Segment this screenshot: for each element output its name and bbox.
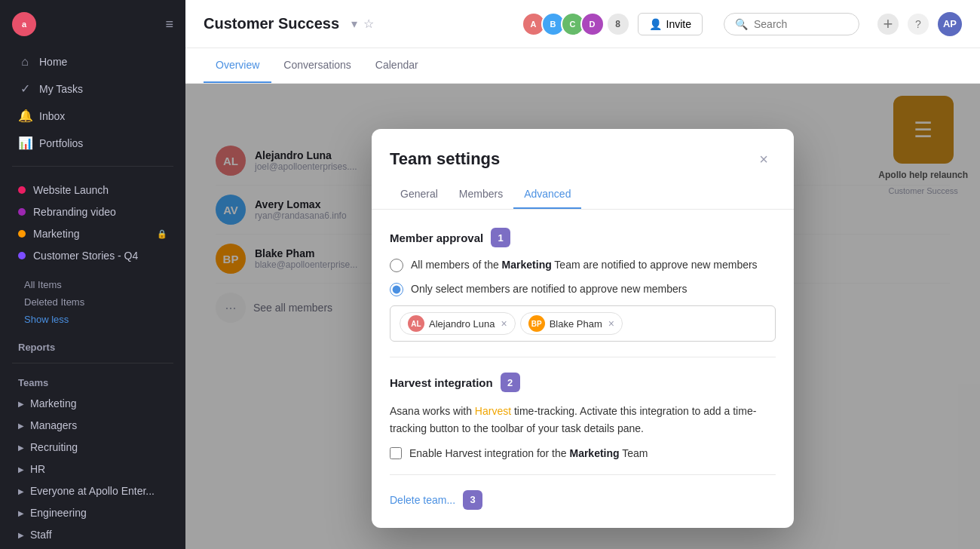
sidebar-item-inbox[interactable]: 🔔 Inbox: [6, 103, 179, 129]
sidebar-team-hr[interactable]: ▶ HR: [6, 459, 179, 480]
section1-badge: 1: [491, 228, 510, 247]
sidebar-project-website-launch-label: Website Launch: [33, 184, 109, 196]
sidebar-item-my-tasks-label: My Tasks: [39, 83, 83, 95]
member-tag-close-alejandro[interactable]: ×: [501, 317, 507, 330]
team-settings-modal: Team settings × General Members Advanced…: [372, 129, 794, 528]
harvest-link[interactable]: Harvest: [475, 405, 511, 417]
harvest-checkbox-input[interactable]: [390, 447, 402, 459]
sidebar-section-reports-label: Reports: [18, 342, 55, 353]
sidebar-team-managers[interactable]: ▶ Managers: [6, 415, 179, 436]
sidebar-item-home[interactable]: ⌂ Home: [6, 49, 179, 75]
add-icon[interactable]: +: [877, 14, 899, 35]
search-input[interactable]: [754, 18, 844, 30]
chevron-right-icon-3: ▶: [18, 443, 24, 452]
nav-tabs: Overview Conversations Calendar: [185, 48, 980, 84]
radio-all-members[interactable]: All members of the Marketing Team are no…: [390, 258, 776, 273]
sidebar-link-show-less[interactable]: Show less: [6, 311, 179, 328]
sidebar-team-recruiting[interactable]: ▶ Recruiting: [6, 437, 179, 458]
member-tag-close-blake[interactable]: ×: [608, 317, 614, 330]
sidebar-section-teams-label: Teams: [18, 377, 48, 388]
sidebar-team-marketing[interactable]: ▶ Marketing: [6, 393, 179, 414]
member-tags-container[interactable]: AL Alejandro Luna × BP Blake Pham ×: [390, 305, 776, 342]
sidebar-project-rebranding-label: Rebranding video: [33, 206, 116, 218]
modal-tab-members[interactable]: Members: [449, 180, 513, 209]
section1-header: Member approval 1: [390, 228, 776, 247]
topbar-profile-avatar[interactable]: AP: [938, 12, 962, 36]
star-icon[interactable]: ☆: [363, 17, 374, 31]
invite-button[interactable]: 👤 Invite: [638, 13, 703, 35]
radio-select-members-label: Only select members are notified to appr…: [411, 282, 688, 297]
sidebar-team-everyone-label: Everyone at Apollo Enter...: [30, 485, 155, 497]
search-icon: 🔍: [735, 18, 748, 30]
member-tag-avatar-alejandro: AL: [408, 315, 424, 332]
page-content: AL Alejandro Luna joel@apolloenterprises…: [185, 84, 980, 549]
sidebar-project-customer-stories-label: Customer Stories - Q4: [33, 250, 138, 262]
asana-logo: a: [12, 12, 36, 36]
sidebar-link-all-items[interactable]: All Items: [6, 276, 179, 293]
member-tag-alejandro: AL Alejandro Luna ×: [400, 312, 516, 335]
member-tag-name-alejandro: Alejandro Luna: [429, 318, 495, 330]
tab-conversations[interactable]: Conversations: [271, 48, 363, 83]
sidebar-item-portfolios[interactable]: 📊 Portfolios: [6, 130, 179, 156]
sidebar-project-customer-stories[interactable]: Customer Stories - Q4: [6, 245, 179, 266]
sidebar-section-teams: Teams: [0, 370, 185, 392]
sidebar-logo-area: a ≡: [0, 0, 185, 45]
delete-team-link[interactable]: Delete team...: [390, 494, 455, 506]
chart-icon: 📊: [18, 136, 32, 150]
sidebar-project-rebranding[interactable]: Rebranding video: [6, 201, 179, 222]
sidebar-project-website-launch[interactable]: Website Launch: [6, 179, 179, 201]
topbar-avatars: A B C D 8 👤 Invite: [522, 12, 703, 36]
chevron-right-icon-6: ▶: [18, 509, 24, 517]
person-icon: 👤: [649, 18, 662, 30]
tab-calendar[interactable]: Calendar: [363, 48, 430, 83]
section2-title: Harvest integration: [390, 376, 493, 389]
sidebar-link-deleted-items[interactable]: Deleted Items: [6, 293, 179, 311]
check-icon: ✓: [18, 81, 32, 96]
sidebar-teams-list: ▶ Marketing ▶ Managers ▶ Recruiting ▶ HR…: [0, 392, 185, 546]
sidebar-project-marketing-label: Marketing: [33, 228, 79, 240]
sidebar-project-marketing[interactable]: Marketing 🔒: [6, 223, 179, 244]
sidebar-team-everyone[interactable]: ▶ Everyone at Apollo Enter...: [6, 480, 179, 501]
modal-tab-advanced[interactable]: Advanced: [513, 180, 581, 209]
sidebar: a ≡ ⌂ Home ✓ My Tasks 🔔 Inbox 📊 Portfoli…: [0, 0, 185, 549]
project-title: Customer Success: [204, 15, 339, 32]
project-dot-rebranding: [18, 208, 26, 216]
sidebar-team-staff-label: Staff: [30, 529, 52, 541]
radio-select-members[interactable]: Only select members are notified to appr…: [390, 282, 776, 297]
sidebar-divider-1: [12, 166, 173, 167]
modal-tabs: General Members Advanced: [372, 180, 794, 210]
chevron-right-icon: ▶: [18, 400, 24, 408]
chevron-right-icon-2: ▶: [18, 422, 24, 430]
chevron-right-icon-4: ▶: [18, 465, 24, 474]
harvest-checkbox-label: Enable Harvest integration for the Marke…: [409, 447, 648, 459]
sidebar-team-staff[interactable]: ▶ Staff: [6, 524, 179, 545]
modal-tab-general[interactable]: General: [390, 180, 449, 209]
sidebar-item-inbox-label: Inbox: [39, 110, 65, 122]
radio-select-members-input[interactable]: [390, 283, 403, 296]
invite-label: Invite: [666, 18, 691, 30]
modal-close-button[interactable]: ×: [752, 147, 776, 171]
sidebar-divider-2: [12, 363, 173, 363]
sidebar-team-managers-label: Managers: [30, 419, 77, 431]
sidebar-links-area: All Items Deleted Items Show less: [0, 273, 185, 331]
topbar-icons: + ? AP: [877, 12, 962, 36]
dropdown-icon[interactable]: ▾: [351, 17, 357, 31]
harvest-checkbox-option[interactable]: Enable Harvest integration for the Marke…: [390, 447, 776, 459]
sidebar-item-my-tasks[interactable]: ✓ My Tasks: [6, 75, 179, 102]
avatar-4: D: [580, 12, 605, 36]
tab-overview[interactable]: Overview: [204, 48, 271, 83]
bell-icon: 🔔: [18, 109, 32, 123]
topbar: Customer Success ▾ ☆ A B C D 8 👤 Invite …: [185, 0, 980, 48]
project-dot-website: [18, 186, 26, 194]
hamburger-icon[interactable]: ≡: [165, 17, 173, 32]
delete-section-row: Delete team... 3: [390, 490, 776, 510]
help-icon[interactable]: ?: [908, 14, 929, 35]
member-tag-name-blake: Blake Pham: [550, 318, 602, 330]
radio-all-members-input[interactable]: [390, 259, 403, 272]
sidebar-nav: ⌂ Home ✓ My Tasks 🔔 Inbox 📊 Portfolios: [0, 45, 185, 160]
sidebar-team-recruiting-label: Recruiting: [30, 441, 78, 453]
section3-badge: 3: [463, 490, 482, 510]
sidebar-team-engineering[interactable]: ▶ Engineering: [6, 502, 179, 523]
home-icon: ⌂: [18, 55, 32, 69]
search-bar[interactable]: 🔍: [724, 13, 859, 35]
